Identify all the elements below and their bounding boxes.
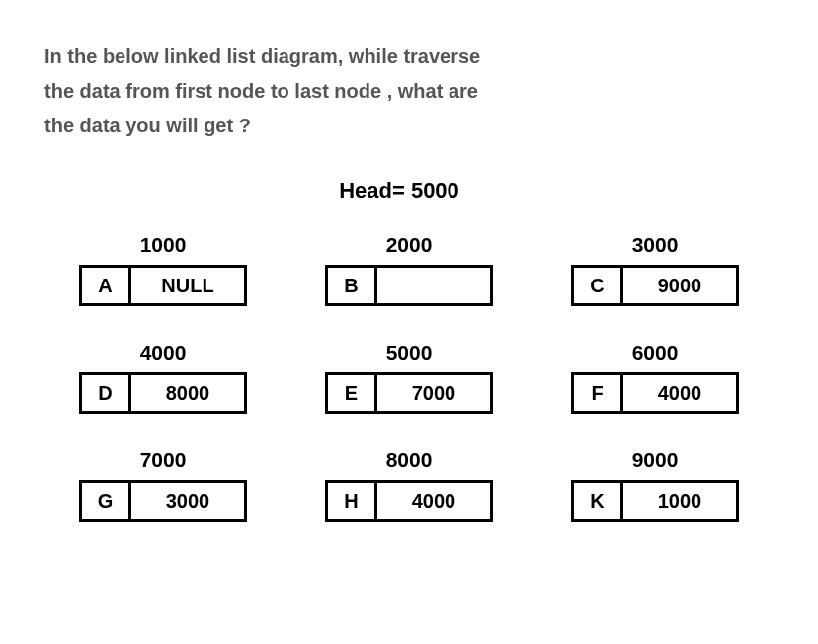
node-data: H — [328, 483, 377, 519]
question-text: In the below linked list diagram, while … — [44, 40, 774, 143]
node-address: 2000 — [386, 233, 433, 257]
node-group: 5000 E 7000 — [320, 341, 498, 414]
node-address: 5000 — [386, 341, 433, 364]
node-next: 9000 — [623, 268, 736, 303]
node-box: K 1000 — [571, 480, 739, 522]
node-next: NULL — [131, 268, 244, 303]
node-next: 4000 — [623, 375, 736, 411]
question-line-3: the data you will get ? — [44, 109, 774, 143]
node-group: 2000 B — [320, 233, 498, 306]
node-next: 3000 — [131, 483, 244, 519]
node-next — [377, 268, 490, 303]
node-group: 3000 C 9000 — [566, 233, 744, 306]
node-data: C — [574, 268, 623, 303]
node-next: 4000 — [377, 483, 490, 519]
node-data: E — [328, 375, 377, 411]
question-line-1: In the below linked list diagram, while … — [44, 40, 774, 74]
node-next: 1000 — [623, 483, 736, 519]
node-next: 7000 — [377, 375, 490, 411]
node-box: H 4000 — [325, 480, 493, 522]
node-address: 4000 — [140, 341, 187, 364]
node-row: 1000 A NULL 2000 B 3000 C 9000 — [44, 233, 774, 306]
node-row: 4000 D 8000 5000 E 7000 6000 F 4000 — [44, 341, 774, 414]
node-group: 7000 G 3000 — [74, 448, 252, 522]
node-address: 6000 — [632, 341, 679, 364]
node-box: F 4000 — [571, 372, 739, 414]
head-pointer-label: Head= 5000 — [25, 178, 774, 203]
node-address: 8000 — [386, 448, 433, 472]
node-group: 8000 H 4000 — [320, 448, 498, 522]
node-box: A NULL — [79, 265, 247, 306]
node-box: D 8000 — [79, 372, 247, 414]
node-data: G — [82, 483, 131, 519]
node-data: B — [328, 268, 377, 303]
node-row: 7000 G 3000 8000 H 4000 9000 K 1000 — [44, 448, 774, 522]
node-box: E 7000 — [325, 372, 493, 414]
node-address: 7000 — [140, 448, 187, 472]
node-address: 3000 — [632, 233, 679, 257]
node-box: C 9000 — [571, 265, 739, 306]
node-address: 9000 — [632, 448, 679, 472]
linked-list-grid: 1000 A NULL 2000 B 3000 C 9000 4000 D — [44, 233, 774, 522]
node-data: D — [82, 375, 131, 411]
node-data: A — [82, 268, 131, 303]
node-box: B — [325, 265, 493, 306]
question-line-2: the data from first node to last node , … — [44, 74, 774, 109]
node-group: 1000 A NULL — [74, 233, 252, 306]
node-group: 4000 D 8000 — [74, 341, 252, 414]
node-group: 6000 F 4000 — [566, 341, 744, 414]
node-next: 8000 — [131, 375, 244, 411]
node-data: K — [574, 483, 623, 519]
node-group: 9000 K 1000 — [566, 448, 744, 522]
node-address: 1000 — [140, 233, 187, 257]
node-box: G 3000 — [79, 480, 247, 522]
node-data: F — [574, 375, 623, 411]
